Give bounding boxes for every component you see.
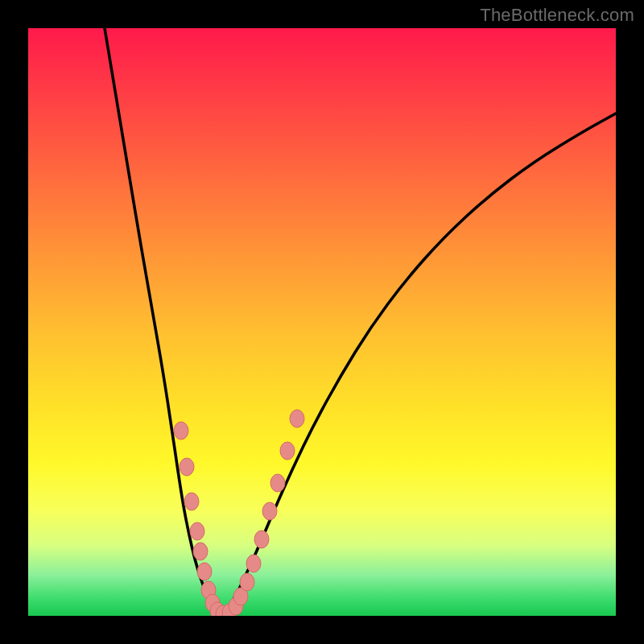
watermark-text: TheBottleneck.com <box>480 5 634 26</box>
data-dot <box>270 474 285 492</box>
data-dot <box>290 410 304 427</box>
right-curve <box>221 114 616 616</box>
data-dot <box>174 422 188 440</box>
data-dot <box>193 543 208 560</box>
data-dot <box>197 563 212 580</box>
data-dot <box>254 530 269 548</box>
data-dot <box>262 502 277 520</box>
data-dot <box>190 522 204 540</box>
plot-area <box>28 28 616 616</box>
data-dot <box>240 573 254 591</box>
data-dot <box>180 458 194 476</box>
dots-group <box>174 410 304 616</box>
data-dot <box>246 555 261 572</box>
data-dot <box>184 493 199 510</box>
data-dot <box>280 442 295 460</box>
curves-svg <box>28 28 616 616</box>
chart-frame: TheBottleneck.com <box>0 0 644 644</box>
